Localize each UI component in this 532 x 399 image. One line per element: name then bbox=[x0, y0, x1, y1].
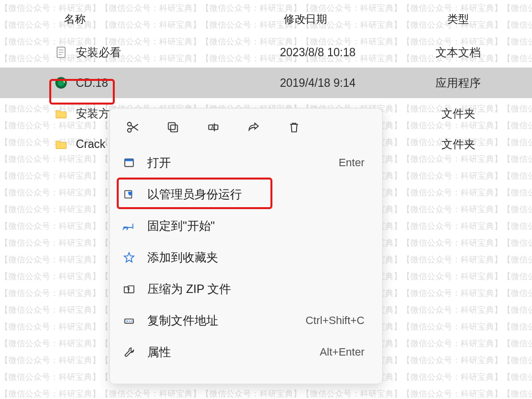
pin-icon bbox=[123, 219, 135, 232]
menu-item-pin-start[interactable]: 固定到"开始" bbox=[110, 210, 382, 242]
menu-label: 复制文件地址 bbox=[147, 313, 305, 328]
menu-shortcut: Enter bbox=[338, 156, 369, 169]
file-row[interactable]: 安装必看 2023/8/8 10:18 文本文档 bbox=[0, 37, 532, 68]
share-button[interactable] bbox=[244, 117, 264, 137]
cut-button[interactable] bbox=[123, 117, 142, 137]
quick-action-row: A bbox=[110, 112, 382, 142]
file-type: 应用程序 bbox=[384, 75, 532, 91]
open-icon bbox=[123, 156, 135, 169]
share-icon bbox=[247, 120, 261, 134]
rename-icon: A bbox=[206, 120, 220, 134]
zip-icon bbox=[123, 283, 135, 295]
menu-item-add-favorite[interactable]: 添加到收藏夹 bbox=[110, 242, 382, 273]
star-icon bbox=[123, 251, 135, 264]
wrench-icon bbox=[123, 346, 135, 359]
column-header-row: 名称 修改日期 类型 bbox=[0, 0, 532, 27]
menu-label: 压缩为 ZIP 文件 bbox=[147, 281, 365, 297]
menu-label: 属性 bbox=[147, 344, 320, 360]
folder-icon bbox=[54, 107, 68, 120]
copy-icon bbox=[166, 120, 180, 134]
file-type: 文件夹 bbox=[384, 106, 532, 121]
file-name: 安装必看 bbox=[74, 45, 227, 60]
svg-point-7 bbox=[128, 122, 132, 126]
delete-button[interactable] bbox=[284, 117, 304, 137]
menu-item-compress-zip[interactable]: 压缩为 ZIP 文件 bbox=[110, 273, 382, 305]
menu-item-open[interactable]: 打开 Enter bbox=[110, 147, 382, 179]
svg-rect-16 bbox=[125, 159, 133, 161]
menu-label: 添加到收藏夹 bbox=[147, 250, 365, 265]
text-file-icon bbox=[54, 45, 68, 59]
chevron-down-icon bbox=[302, 16, 309, 20]
menu-label: 打开 bbox=[147, 155, 338, 171]
menu-shortcut: Alt+Enter bbox=[320, 346, 369, 359]
scissors-icon bbox=[125, 120, 140, 135]
svg-rect-10 bbox=[170, 125, 177, 132]
menu-label: 固定到"开始" bbox=[147, 218, 365, 234]
context-menu: A 打开 Enter 以管理员身份运行 固定到"开 bbox=[109, 108, 383, 384]
svg-text:A: A bbox=[211, 124, 214, 130]
copy-path-icon bbox=[123, 314, 135, 327]
svg-point-6 bbox=[128, 129, 132, 133]
menu-shortcut: Ctrl+Shift+C bbox=[305, 314, 369, 327]
copy-button[interactable] bbox=[163, 117, 183, 137]
menu-item-copy-path[interactable]: 复制文件地址 Ctrl+Shift+C bbox=[110, 305, 382, 336]
svg-rect-11 bbox=[168, 123, 175, 130]
highlight-box-menu-item bbox=[117, 178, 272, 209]
file-date: 2023/8/8 10:18 bbox=[227, 46, 384, 59]
file-type: 文件夹 bbox=[384, 137, 532, 152]
menu-item-properties[interactable]: 属性 Alt+Enter bbox=[110, 336, 382, 368]
file-date: 2019/4/18 9:14 bbox=[227, 76, 384, 90]
trash-icon bbox=[287, 120, 301, 134]
highlight-box-filename bbox=[49, 79, 115, 105]
column-header-type[interactable]: 类型 bbox=[384, 12, 532, 27]
file-type: 文本文档 bbox=[384, 45, 532, 60]
column-header-name[interactable]: 名称 bbox=[0, 12, 227, 27]
folder-icon bbox=[54, 137, 68, 151]
column-header-date[interactable]: 修改日期 bbox=[227, 12, 384, 27]
rename-button[interactable]: A bbox=[203, 117, 223, 137]
